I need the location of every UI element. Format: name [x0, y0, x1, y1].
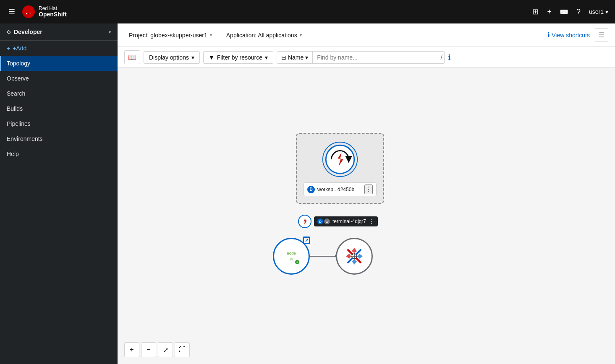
- hamburger-menu-button[interactable]: ☰: [7, 5, 17, 18]
- fullscreen-button[interactable]: ⛶: [175, 342, 190, 357]
- filter-icon: ▼: [209, 54, 215, 61]
- svg-point-1: [26, 9, 31, 13]
- service-node[interactable]: [336, 238, 373, 275]
- project-chevron-icon: ▾: [210, 33, 212, 37]
- sidebar-item-search[interactable]: Search: [0, 86, 118, 101]
- terminal-dw-badge: D W: [317, 218, 330, 224]
- terminal-node[interactable]: D W terminal-4qjqr7 ⋮: [298, 215, 378, 228]
- svg-text:node: node: [287, 251, 296, 255]
- service-logo-icon: [342, 244, 367, 269]
- workspace-group: D worksp...d2450b ⋮: [296, 133, 384, 204]
- filter-by-resource-button[interactable]: ▼ Filter by resource ▾: [203, 51, 273, 64]
- user-menu-button[interactable]: user1 ▾: [589, 8, 608, 15]
- terminal-badge-w: W: [324, 218, 330, 224]
- filter-funnel-icon: ⊟: [281, 54, 286, 61]
- zoom-out-icon: −: [147, 346, 150, 354]
- zoom-in-button[interactable]: +: [124, 342, 139, 357]
- app-logo: Red Hat OpenShift: [22, 5, 67, 18]
- zoom-in-icon: +: [130, 346, 133, 354]
- reset-view-button[interactable]: ⤢: [158, 342, 173, 357]
- nodejs-node-icon[interactable]: ↗ node .js ®: [273, 238, 310, 275]
- sidebar-item-builds[interactable]: Builds: [0, 101, 118, 116]
- perspective-label: ◇ Developer: [7, 29, 42, 35]
- logo-openshift: OpenShift: [39, 11, 67, 18]
- workspace-node[interactable]: D worksp...d2450b ⋮: [296, 133, 384, 204]
- sidebar-item-topology[interactable]: Topology: [0, 56, 118, 71]
- nodejs-logo-icon: node .js ®: [281, 246, 301, 266]
- add-button[interactable]: + +Add: [0, 41, 118, 56]
- view-shortcuts-link[interactable]: ℹ View shortcuts: [547, 31, 590, 39]
- workspace-node-icon: [321, 139, 359, 179]
- sidebar: ◇ Developer ▾ + +Add Topology Observe Se…: [0, 23, 118, 364]
- main-layout: ◇ Developer ▾ + +Add Topology Observe Se…: [0, 23, 615, 364]
- filter-by-resource-label: Filter by resource: [217, 54, 262, 61]
- user-label: user1: [589, 8, 604, 15]
- perspective-chevron-icon: ▾: [109, 30, 111, 34]
- terminal-badge-d: D: [317, 218, 323, 224]
- application-selector[interactable]: Application: All applications ▾: [222, 29, 306, 42]
- sidebar-item-environments[interactable]: Environments: [0, 131, 118, 146]
- toolbar-row1: Project: globex-skupper-user1 ▾ Applicat…: [118, 23, 615, 47]
- apps-grid-button[interactable]: ⊞: [532, 7, 539, 16]
- perspective-icon: ◇: [7, 29, 10, 35]
- topology-canvas[interactable]: D worksp...d2450b ⋮ D W: [118, 68, 615, 364]
- workspace-kebab-button[interactable]: ⋮: [364, 185, 373, 194]
- svg-text:®: ®: [296, 261, 298, 264]
- terminal-node-label: terminal-4qjqr7: [332, 218, 366, 224]
- help-button[interactable]: ?: [576, 8, 581, 16]
- terminal-label-bar: D W terminal-4qjqr7 ⋮: [314, 216, 378, 226]
- connector-arrow: [310, 256, 335, 257]
- book-icon: 📖: [128, 54, 136, 61]
- service-node-icon[interactable]: [336, 238, 373, 275]
- nodejs-node[interactable]: ↗ node .js ®: [273, 238, 310, 275]
- add-resource-button[interactable]: +: [547, 8, 552, 16]
- topology-info-icon: ℹ: [448, 53, 451, 62]
- filter-divider: /: [439, 54, 444, 61]
- list-view-icon: ☰: [599, 31, 605, 39]
- workspace-badge-d: D: [307, 186, 315, 193]
- toolbar-filters: 📖 Display options ▾ ▼ Filter by resource…: [118, 47, 615, 68]
- reset-icon: ⤢: [163, 346, 168, 354]
- redhat-logo-icon: [22, 5, 35, 18]
- filter-resource-chevron-icon: ▾: [265, 54, 268, 61]
- app-chevron-icon: ▾: [300, 33, 302, 37]
- hamburger-icon: ☰: [8, 8, 15, 16]
- content-area: Project: globex-skupper-user1 ▾ Applicat…: [118, 23, 615, 364]
- zoom-controls: + − ⤢ ⛶: [124, 342, 190, 357]
- workspace-label-bar: D worksp...d2450b ⋮: [304, 182, 377, 196]
- find-by-name-input[interactable]: [313, 52, 439, 63]
- info-circle-icon: ℹ: [547, 31, 550, 39]
- workspace-icon-container: [321, 140, 359, 178]
- sidebar-item-observe[interactable]: Observe: [0, 71, 118, 86]
- terminal-icon: ⌨: [560, 9, 568, 15]
- display-options-chevron-icon: ▾: [191, 54, 194, 61]
- filter-type-button[interactable]: ⊟ Name ▾: [277, 52, 313, 63]
- sidebar-item-help[interactable]: Help: [0, 146, 118, 161]
- terminal-kebab-button[interactable]: ⋮: [369, 218, 374, 225]
- display-options-label: Display options: [149, 54, 189, 61]
- display-options-button[interactable]: Display options ▾: [144, 51, 200, 64]
- top-nav-icons: ⊞ + ⌨ ? user1 ▾: [532, 7, 608, 16]
- sidebar-item-pipelines[interactable]: Pipelines: [0, 116, 118, 131]
- terminal-lightning-icon: [301, 218, 309, 225]
- filter-name-label: Name: [288, 54, 304, 61]
- user-chevron-icon: ▾: [605, 8, 608, 15]
- perspective-switcher[interactable]: ◇ Developer ▾: [0, 23, 118, 41]
- top-navigation: ☰ Red Hat OpenShift ⊞ + ⌨ ? user1 ▾: [0, 0, 615, 23]
- topology-info-button[interactable]: ℹ: [448, 53, 451, 62]
- filter-name-chevron-icon: ▾: [305, 54, 308, 61]
- svg-text:.js: .js: [290, 257, 293, 260]
- question-icon: ?: [576, 8, 581, 16]
- terminal-node-icon: [298, 215, 311, 228]
- application-label: Application: All applications: [226, 32, 297, 39]
- zoom-out-button[interactable]: −: [141, 342, 156, 357]
- plus-icon: +: [547, 8, 552, 16]
- project-selector[interactable]: Project: globex-skupper-user1 ▾: [124, 29, 217, 42]
- logo-text: Red Hat OpenShift: [39, 6, 67, 18]
- cloud-shell-button[interactable]: ⌨: [560, 9, 568, 15]
- workspace-label-text: worksp...d2450b: [317, 187, 362, 192]
- list-view-button[interactable]: ☰: [595, 28, 608, 42]
- guide-book-button[interactable]: 📖: [124, 50, 140, 64]
- logo-redhat: Red Hat: [39, 6, 67, 11]
- grid-icon: ⊞: [532, 7, 539, 16]
